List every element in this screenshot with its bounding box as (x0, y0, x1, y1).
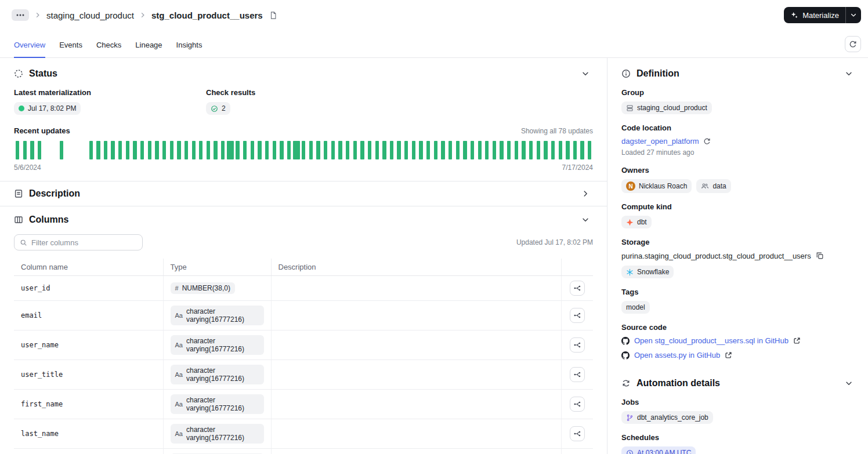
check-results-badge: 2 (206, 102, 230, 115)
update-bar-slot (469, 141, 476, 159)
view-column-lineage-button[interactable] (570, 367, 585, 382)
code-location-link[interactable]: dagster_open_platform (621, 137, 699, 146)
reload-code-location-button[interactable] (703, 137, 711, 145)
chart-end-date: 7/17/2024 (562, 164, 593, 172)
update-bar (192, 141, 196, 159)
update-bar (485, 141, 489, 159)
update-bar (170, 141, 173, 159)
tab-lineage[interactable]: Lineage (135, 32, 162, 57)
type-badge: Aacharacter varying(16777216) (171, 394, 264, 414)
job-branch-icon (626, 414, 634, 422)
update-bar (104, 141, 107, 159)
update-bar-slot (87, 141, 95, 159)
column-name-cell: email (14, 301, 163, 330)
update-bar-slot (21, 141, 29, 159)
column-type-cell: Aacharacter varying(16777216) (163, 360, 271, 390)
tab-events[interactable]: Events (59, 32, 82, 57)
copy-icon[interactable] (815, 251, 824, 260)
filter-columns-input[interactable] (31, 238, 137, 247)
automation-section-header: Automation details (607, 368, 868, 388)
update-bar-slot (109, 141, 117, 159)
update-bar (273, 141, 276, 159)
automation-collapse-button[interactable] (844, 378, 854, 388)
breadcrumb-group-link[interactable]: staging_cloud_product (46, 10, 134, 20)
status-collapse-button[interactable] (580, 68, 591, 79)
update-bar (227, 141, 234, 159)
column-type-cell: Aacharacter varying(16777216) (163, 449, 271, 454)
tab-insights[interactable]: Insights (176, 32, 202, 57)
update-bar (434, 141, 437, 159)
update-bar (426, 141, 430, 159)
description-icon (14, 189, 23, 198)
tab-overview[interactable]: Overview (14, 32, 45, 57)
owner-team-badge[interactable]: data (696, 179, 730, 193)
breadcrumb-asset-name: stg_cloud_product__users (151, 10, 263, 20)
asset-group-badge[interactable]: staging_cloud_product (621, 101, 712, 114)
update-bar (529, 141, 533, 159)
update-bar-slot (322, 141, 330, 159)
type-text: character varying(16777216) (186, 396, 259, 412)
status-section: Status Latest materialization Jul 17, 8:… (0, 58, 607, 181)
update-bar-slot (578, 141, 586, 159)
breadcrumb-more-button[interactable] (12, 9, 29, 21)
update-bar (478, 141, 482, 159)
view-column-lineage-button[interactable] (570, 426, 585, 441)
asset-definition-icon[interactable] (269, 11, 277, 20)
schedules-label: Schedules (621, 433, 854, 442)
description-expand-button[interactable] (580, 188, 591, 199)
chevron-down-icon (581, 216, 589, 224)
update-bar (324, 141, 327, 159)
schedule-badge[interactable]: At 03:00 AM UTC (621, 446, 696, 454)
update-bar (287, 141, 291, 159)
materialize-dropdown-button[interactable] (845, 7, 861, 23)
view-column-lineage-button[interactable] (570, 397, 585, 412)
github-icon (621, 351, 630, 359)
update-bar-slot (139, 141, 146, 159)
definition-section-header: Definition (607, 58, 868, 79)
tags-label: Tags (621, 288, 854, 296)
columns-collapse-button[interactable] (580, 215, 591, 225)
column-row: emailAacharacter varying(16777216) (14, 301, 593, 330)
job-badge[interactable]: dbt_analytics_core_job (621, 411, 713, 424)
lineage-icon (573, 284, 581, 292)
view-column-lineage-button[interactable] (570, 308, 585, 323)
source-assets-link[interactable]: Open assets.py in GitHub (634, 351, 720, 359)
refresh-button[interactable] (845, 36, 861, 52)
update-bar-slot (241, 141, 249, 159)
column-type-cell: Aacharacter varying(16777216) (163, 301, 271, 330)
column-row: experienceAacharacter varying(16777216) (14, 449, 593, 454)
type-text: character varying(16777216) (186, 307, 259, 324)
owner-user-badge[interactable]: N Nicklaus Roach (621, 179, 692, 193)
owners-label: Owners (621, 166, 854, 175)
column-name-cell: user_title (14, 360, 163, 390)
type-badge: Aacharacter varying(16777216) (171, 424, 264, 444)
tab-checks[interactable]: Checks (96, 32, 121, 57)
update-bar (258, 141, 261, 159)
source-sql-link[interactable]: Open stg_cloud_product__users.sql in Git… (634, 336, 789, 345)
view-column-lineage-button[interactable] (570, 337, 585, 353)
search-icon (20, 239, 27, 246)
update-bar (221, 141, 225, 159)
ellipsis-icon (16, 14, 24, 16)
column-name-cell: user_id (14, 276, 163, 301)
breadcrumb: staging_cloud_product stg_cloud_product_… (12, 9, 277, 21)
definition-collapse-button[interactable] (844, 68, 854, 79)
update-bar-slot (300, 141, 308, 159)
update-bar-slot (447, 141, 454, 159)
update-bar-slot (117, 141, 124, 159)
update-bar-slot (36, 141, 44, 159)
column-description-cell (271, 360, 561, 390)
update-bar (573, 141, 577, 159)
compute-kind-badge: dbt (621, 216, 652, 228)
update-bar-slot (14, 141, 21, 159)
update-bar-slot (153, 141, 161, 159)
update-bar (133, 141, 136, 159)
materialize-button[interactable]: Materialize (784, 7, 845, 23)
column-name-cell: user_name (14, 330, 163, 360)
job-name: dbt_analytics_core_job (637, 413, 708, 422)
update-bar (309, 141, 313, 159)
schedule-name: At 03:00 AM UTC (637, 449, 691, 454)
view-column-lineage-button[interactable] (570, 281, 585, 296)
update-bar (360, 141, 364, 159)
info-icon (621, 69, 631, 78)
